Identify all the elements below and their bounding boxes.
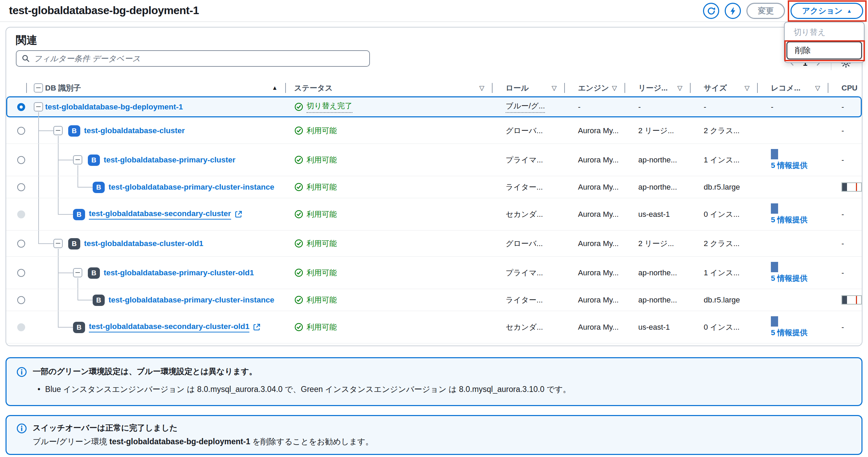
column-header-status[interactable]: ステータス▽	[285, 80, 492, 96]
cpu-cell: -	[828, 257, 862, 289]
engine-cell: -	[564, 96, 624, 117]
tree-connector-line	[78, 300, 93, 300]
recommendation-cell	[757, 118, 828, 144]
status-ok-icon	[294, 322, 303, 332]
toolbar: 変更 アクション ▲	[703, 3, 863, 19]
db-identifier-link[interactable]: test-globaldatabase-secondary-cluster-ol…	[89, 322, 284, 332]
role-text: ライター...	[506, 295, 543, 305]
recommendation-link[interactable]: 5 情報提供	[771, 160, 807, 171]
recommendation-text: -	[771, 103, 773, 111]
status-text[interactable]: 切り替え完了	[307, 101, 352, 113]
row-radio[interactable]	[17, 156, 25, 164]
row-radio[interactable]	[17, 183, 25, 191]
status-ok-icon	[294, 102, 303, 111]
row-radio[interactable]	[17, 103, 25, 111]
recommendation-cell: 5 情報提供	[757, 144, 828, 176]
row-radio[interactable]	[17, 269, 25, 277]
external-link-icon	[234, 210, 243, 219]
menu-item-switchover[interactable]: 切り替え	[785, 24, 864, 41]
modify-button[interactable]: 変更	[746, 3, 785, 19]
row-radio[interactable]	[17, 127, 25, 135]
menu-item-delete[interactable]: 削除	[786, 41, 862, 60]
recommendation-cell: 5 情報提供	[757, 257, 828, 289]
cpu-text: -	[841, 268, 844, 277]
column-header-db-identifier[interactable]: DB 識別子 ▲	[6, 80, 285, 96]
tree-connector-line	[78, 165, 78, 176]
db-identifier-link[interactable]: test-globaldatabase-cluster-old1	[84, 239, 284, 248]
region-cell: -	[624, 96, 690, 117]
engine-cell-text: Aurora My...	[578, 323, 619, 332]
tree-connector-line	[78, 176, 78, 187]
db-identifier-link[interactable]: test-globaldatabase-primary-cluster	[104, 156, 284, 164]
cpu-cell: -	[828, 118, 862, 144]
db-identifier-link[interactable]: test-globaldatabase-bg-deployment-1	[45, 103, 284, 111]
size-cell-text: db.r5.large	[704, 183, 740, 192]
db-identifier-link[interactable]: test-globaldatabase-cluster	[84, 126, 284, 135]
db-identifier-link[interactable]: test-globaldatabase-primary-cluster-old1	[104, 268, 284, 277]
cpu-text: -	[841, 126, 844, 135]
db-identifier-text: test-globaldatabase-primary-cluster-inst…	[108, 183, 274, 192]
info-banner-config-diff: 一部のグリーン環境設定は、ブルー環境設定とは異なります。 •Blue インスタン…	[6, 357, 862, 406]
expand-collapse-toggle[interactable]	[73, 268, 82, 277]
tree-connector-line	[58, 273, 59, 289]
status-cell: 利用可能	[285, 176, 492, 198]
cpu-cell: -	[828, 311, 862, 343]
filter-triangle-icon: ▽	[677, 84, 682, 92]
actions-button[interactable]: アクション ▲	[790, 3, 863, 19]
collapse-all-toggle[interactable]	[34, 83, 43, 93]
expand-collapse-toggle[interactable]	[73, 155, 82, 164]
expand-collapse-toggle[interactable]	[34, 102, 43, 111]
status-ok-icon	[294, 126, 303, 135]
recommendation-cell	[757, 231, 828, 256]
tree-connector-line	[58, 144, 59, 160]
recommendation-link[interactable]: 5 情報提供	[771, 215, 807, 225]
status-text: 利用可能	[307, 322, 337, 332]
region-cell-text: us-east-1	[638, 323, 670, 332]
recommendation-link[interactable]: 5 情報提供	[771, 328, 807, 338]
region-cell-text: 2 リージ...	[638, 126, 674, 136]
region-cell: 2 リージ...	[624, 118, 690, 144]
db-identifier-link[interactable]: test-globaldatabase-secondary-cluster	[89, 209, 284, 220]
role-text: グローバ...	[506, 126, 543, 136]
expand-collapse-toggle[interactable]	[53, 126, 63, 135]
tree-connector-line	[78, 278, 78, 289]
column-header-role[interactable]: ロール▽	[492, 80, 564, 96]
column-header-size[interactable]: サイズ▽	[690, 80, 757, 96]
status-text: 利用可能	[307, 209, 337, 220]
column-header-region[interactable]: リージ...▽	[624, 80, 690, 96]
role-text: セカンダ...	[506, 322, 543, 332]
tree-connector-line	[38, 176, 39, 198]
column-header-engine[interactable]: エンジン▽	[564, 80, 624, 96]
status-cell: 利用可能	[285, 144, 492, 176]
row-radio[interactable]	[17, 296, 25, 304]
size-cell: 1 インス...	[690, 144, 757, 176]
recommendation-bar-icon	[771, 262, 778, 272]
engine-cell: Aurora My...	[564, 198, 624, 230]
tree-connector-line	[38, 231, 39, 244]
row-radio[interactable]	[17, 240, 25, 247]
column-header-cpu[interactable]: CPU	[828, 80, 862, 96]
size-cell: db.r5.large	[690, 176, 757, 198]
db-identifier-text: test-globaldatabase-cluster-old1	[84, 239, 203, 248]
role-cell: ライター...	[492, 176, 564, 198]
status-text: 利用可能	[307, 126, 337, 136]
table-body: test-globaldatabase-bg-deployment-1切り替え完…	[6, 96, 862, 343]
actions-button-wrap: アクション ▲	[790, 3, 863, 19]
filter-input[interactable]	[34, 54, 364, 63]
recommendation-link[interactable]: 5 情報提供	[771, 273, 807, 284]
column-header-recommendation[interactable]: レコメ...▽	[757, 80, 828, 96]
refresh-button[interactable]	[703, 3, 719, 19]
tree-connector-line	[38, 131, 39, 144]
db-identifier-link[interactable]: test-globaldatabase-primary-cluster-inst…	[108, 296, 284, 305]
cpu-usage-fill	[842, 183, 847, 191]
db-identifier-link[interactable]: test-globaldatabase-primary-cluster-inst…	[108, 183, 284, 192]
role-text[interactable]: ブルー/グ...	[506, 101, 545, 113]
expand-collapse-toggle[interactable]	[53, 239, 63, 248]
filter-triangle-icon: ▽	[479, 84, 484, 92]
recommendation-cell: 5 情報提供	[757, 311, 828, 343]
quick-actions-button[interactable]	[725, 3, 741, 19]
cpu-text: -	[841, 239, 844, 248]
tree-connector-line	[58, 289, 59, 311]
db-identifier-text: test-globaldatabase-primary-cluster	[104, 156, 236, 164]
recommendation-cell: 5 情報提供	[757, 198, 828, 230]
